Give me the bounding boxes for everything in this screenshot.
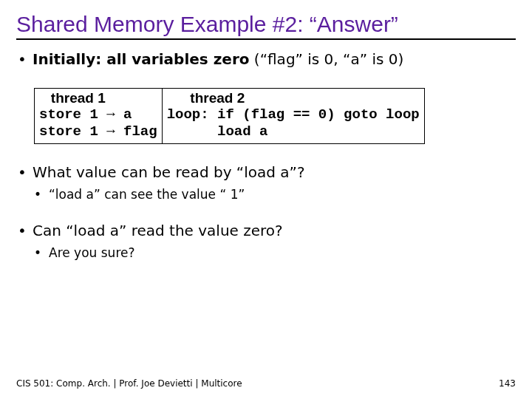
bullet-initially: Initially: all variables zero (“flag” is… bbox=[16, 50, 516, 69]
footer-left: CIS 501: Comp. Arch. | Prof. Joe Deviett… bbox=[16, 378, 242, 389]
bullet-initially-rest: (“flag” is 0, “a” is 0) bbox=[250, 50, 404, 68]
thread1-cell: thread 1 store 1 → a store 1 → flag bbox=[35, 89, 163, 144]
bullet-whatvalue-sub: “load a” can see the value “ 1” bbox=[33, 186, 516, 202]
page-number: 143 bbox=[499, 378, 516, 389]
bullet-list-2: What value can be read by “load a”? “loa… bbox=[16, 163, 516, 261]
slide-title: Shared Memory Example #2: “Answer” bbox=[16, 12, 516, 37]
thread2-header: thread 2 bbox=[167, 90, 420, 106]
bullet-canread-text: Can “load a” read the value zero? bbox=[33, 222, 283, 239]
bullet-initially-bold: Initially: all variables zero bbox=[33, 50, 250, 68]
thread1-header: thread 1 bbox=[39, 90, 157, 106]
thread1-code: store 1 → a store 1 → flag bbox=[39, 106, 157, 140]
bullet-whatvalue-text: What value can be read by “load a”? bbox=[33, 163, 305, 181]
bullet-list: Initially: all variables zero (“flag” is… bbox=[16, 50, 516, 69]
bullet-whatvalue: What value can be read by “load a”? “loa… bbox=[16, 163, 516, 202]
footer: CIS 501: Comp. Arch. | Prof. Joe Deviett… bbox=[16, 378, 516, 389]
bullet-canread: Can “load a” read the value zero? Are yo… bbox=[16, 222, 516, 261]
code-table: thread 1 store 1 → a store 1 → flag thre… bbox=[34, 88, 425, 144]
thread2-code: loop: if (flag == 0) goto loop load a bbox=[167, 106, 420, 140]
bullet-canread-sub: Are you sure? bbox=[33, 245, 516, 261]
code-block: thread 1 store 1 → a store 1 → flag thre… bbox=[34, 88, 516, 144]
title-rule bbox=[16, 38, 516, 40]
thread2-cell: thread 2 loop: if (flag == 0) goto loop … bbox=[162, 89, 424, 144]
